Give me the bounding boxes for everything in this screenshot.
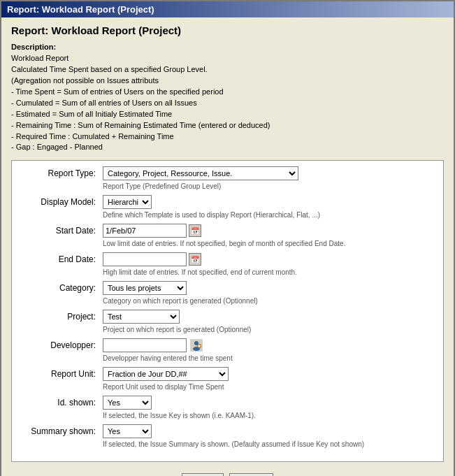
desc-line-4: - Time Spent = Sum of entries of Users o…: [11, 87, 224, 96]
end-date-label: End Date:: [19, 252, 103, 264]
desc-line-3: (Agregation not possible on Issues attri…: [11, 76, 159, 85]
report-type-label: Report Type:: [19, 166, 103, 178]
title-bar: Report: Workload Report (Project): [1, 1, 454, 17]
footer: Next Cancel: [11, 469, 444, 476]
start-date-input[interactable]: [103, 224, 187, 238]
category-hint: Category on which report is generated (O…: [103, 296, 436, 305]
category-label: Category:: [19, 281, 103, 293]
end-date-input[interactable]: [103, 252, 187, 266]
end-date-hint: High limit date of entries. If not speci…: [103, 268, 436, 277]
category-field: Tous les projets Category A Category B C…: [103, 281, 436, 305]
id-shown-row: Id. shown: Yes No If selected, the Issue…: [19, 396, 436, 420]
end-date-container: 📅: [103, 252, 436, 266]
desc-line-1: Workload Report: [11, 54, 68, 62]
developper-label: Developper:: [19, 338, 103, 350]
report-type-row: Report Type: Category, Project, Ressourc…: [19, 166, 436, 191]
cancel-button[interactable]: Cancel: [229, 473, 273, 476]
summary-shown-select[interactable]: Yes No: [103, 424, 152, 438]
display-model-field: Hierarchical Flat Define which Template …: [103, 195, 436, 219]
project-label: Project:: [19, 310, 103, 322]
form-section: Report Type: Category, Project, Ressourc…: [11, 160, 444, 462]
start-date-row: Start Date: 📅 Low limit date of entries.…: [19, 224, 436, 248]
category-select[interactable]: Tous les projets Category A Category B: [103, 281, 187, 295]
summary-shown-row: Summary shown: Yes No If selected, the I…: [19, 424, 436, 449]
desc-line-8: - Required Time : Cumulated + Remaining …: [11, 132, 174, 140]
display-model-row: Display Model: Hierarchical Flat Define …: [19, 195, 436, 219]
project-select[interactable]: Test Project A Project B: [103, 310, 180, 324]
summary-shown-label: Summary shown:: [19, 424, 103, 436]
id-shown-field: Yes No If selected, the Issue Key is sho…: [103, 396, 436, 420]
report-type-field: Category, Project, Ressource, Issue. Cat…: [103, 166, 436, 191]
project-field: Test Project A Project B Project on whic…: [103, 310, 436, 334]
id-shown-label: Id. shown:: [19, 396, 103, 408]
display-model-hint: Define which Template is used to display…: [103, 210, 436, 219]
display-model-select[interactable]: Hierarchical Flat: [103, 195, 152, 209]
report-unit-label: Report Unit:: [19, 367, 103, 379]
developper-row: Developper:: [19, 338, 436, 363]
description-label: Description:: [11, 43, 56, 51]
window-title: Report: Workload Report (Project): [7, 4, 154, 15]
report-type-hint: Report Type (Predefined Group Level): [103, 182, 436, 191]
end-date-calendar-icon[interactable]: 📅: [189, 253, 201, 266]
desc-line-5: - Cumulated = Sum of all entries of User…: [11, 99, 197, 107]
next-button[interactable]: Next: [182, 473, 224, 476]
category-row: Category: Tous les projets Category A Ca…: [19, 281, 436, 305]
start-date-field: 📅 Low limit date of entries. If not spec…: [103, 224, 436, 248]
id-shown-select[interactable]: Yes No: [103, 396, 152, 410]
desc-line-7: - Remaining Time : Sum of Remaining Esti…: [11, 121, 270, 129]
report-type-select[interactable]: Category, Project, Ressource, Issue. Cat…: [103, 166, 298, 180]
developer-container: [103, 338, 436, 352]
page-title: Report: Workload Report (Project): [11, 24, 444, 36]
id-shown-hint: If selected, the Issue Key is shown (i.e…: [103, 411, 436, 420]
summary-shown-hint: If selected, the Issue Summary is shown.…: [103, 440, 436, 449]
person-icon[interactable]: [189, 338, 203, 352]
project-row: Project: Test Project A Project B Projec…: [19, 310, 436, 334]
developper-input[interactable]: [103, 338, 187, 352]
developper-hint: Developper having entered the time spent: [103, 354, 436, 363]
start-date-container: 📅: [103, 224, 436, 238]
desc-line-2: Calculated Time Spent based on a specifi…: [11, 65, 208, 73]
display-model-label: Display Model:: [19, 195, 103, 207]
description-block: Description: Workload Report Calculated …: [11, 42, 444, 153]
report-unit-hint: Report Unit used to display Time Spent: [103, 382, 436, 391]
main-window: Report: Workload Report (Project) Report…: [0, 0, 455, 476]
start-date-calendar-icon[interactable]: 📅: [189, 224, 201, 237]
report-unit-row: Report Unit: Fraction de Jour DD,## Hour…: [19, 367, 436, 391]
end-date-row: End Date: 📅 High limit date of entries. …: [19, 252, 436, 277]
report-unit-field: Fraction de Jour DD,## Hours Days Report…: [103, 367, 436, 391]
start-date-hint: Low limit date of entries. If not specif…: [103, 239, 436, 248]
report-unit-select[interactable]: Fraction de Jour DD,## Hours Days: [103, 367, 229, 381]
summary-shown-field: Yes No If selected, the Issue Summary is…: [103, 424, 436, 449]
start-date-label: Start Date:: [19, 224, 103, 236]
project-hint: Project on which report is generated (Op…: [103, 325, 436, 334]
end-date-field: 📅 High limit date of entries. If not spe…: [103, 252, 436, 277]
desc-line-6: - Estimated = Sum of all Initialy Estima…: [11, 110, 172, 118]
desc-line-9: - Gap : Engaged - Planned: [11, 143, 103, 151]
developper-field: Developper having entered the time spent: [103, 338, 436, 363]
